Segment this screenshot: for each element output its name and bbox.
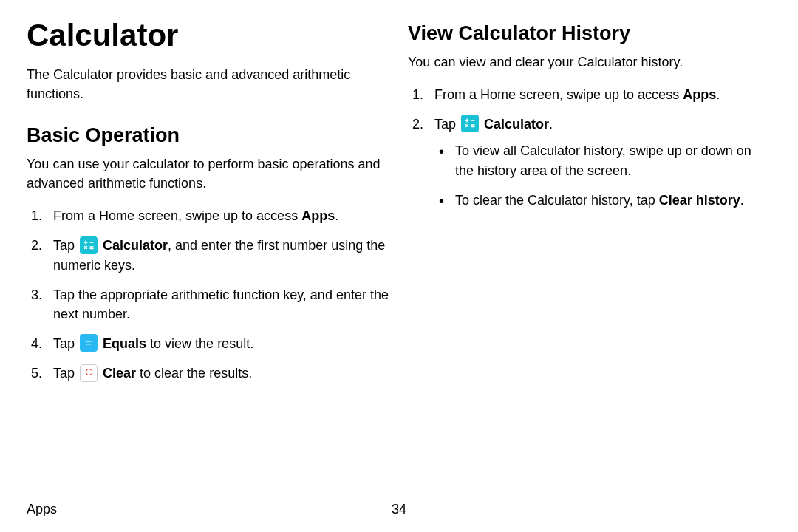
step-text: Tap <box>434 117 460 132</box>
bold-apps: Apps <box>683 87 716 102</box>
step-item: Tap Calculator. To view all Calculator h… <box>408 115 771 210</box>
step-text: From a Home screen, swipe up to access <box>434 87 683 102</box>
equals-icon: = <box>80 334 98 352</box>
basic-operation-heading: Basic Operation <box>27 124 390 147</box>
step-text: to view the result. <box>146 336 253 351</box>
step-text: Tap <box>53 238 78 253</box>
bold-clear: Clear <box>103 366 136 381</box>
bold-calculator: Calculator <box>484 117 549 132</box>
page-title: Calculator <box>27 18 390 53</box>
bold-calculator: Calculator <box>103 238 168 253</box>
clear-icon: C <box>80 364 98 382</box>
history-intro: You can view and clear your Calculator h… <box>408 52 771 72</box>
right-column: View Calculator History You can view and… <box>408 18 771 394</box>
calculator-icon <box>461 115 479 132</box>
left-column: Calculator The Calculator provides basic… <box>27 18 390 394</box>
step-text: Tap <box>53 336 78 351</box>
footer: Apps 34 <box>27 502 771 517</box>
history-steps: From a Home screen, swipe up to access A… <box>408 85 771 210</box>
step-text: . <box>335 208 338 223</box>
calculator-icon <box>80 236 98 254</box>
bullet-text: To clear the Calculator history, tap <box>455 193 659 208</box>
history-sub-bullets: To view all Calculator history, swipe up… <box>434 141 771 209</box>
bold-equals: Equals <box>103 336 146 351</box>
page-number: 34 <box>392 502 406 517</box>
step-text: Tap the appropriate arithmetic function … <box>53 287 389 321</box>
step-text: . <box>716 87 720 102</box>
step-item: Tap Calculator, and enter the first numb… <box>27 236 390 274</box>
footer-section-label: Apps <box>27 502 57 517</box>
bullet-item: To clear the Calculator history, tap Cle… <box>434 191 771 210</box>
step-text: Tap <box>53 366 78 381</box>
intro-text: The Calculator provides basic and advanc… <box>27 65 390 103</box>
basic-operation-intro: You can use your calculator to perform b… <box>27 154 390 193</box>
step-text: . <box>549 117 553 132</box>
bullet-text: To view all Calculator history, swipe up… <box>455 143 751 177</box>
two-column-layout: Calculator The Calculator provides basic… <box>27 18 771 394</box>
bold-apps: Apps <box>301 208 335 223</box>
step-item: From a Home screen, swipe up to access A… <box>408 85 771 104</box>
bold-clear-history: Clear history <box>659 193 740 208</box>
bullet-item: To view all Calculator history, swipe up… <box>434 141 771 180</box>
basic-operation-steps: From a Home screen, swipe up to access A… <box>27 206 390 383</box>
step-text: From a Home screen, swipe up to access <box>53 208 301 223</box>
step-text: to clear the results. <box>136 366 252 381</box>
step-item: Tap the appropriate arithmetic function … <box>27 285 390 324</box>
step-item: Tap C Clear to clear the results. <box>27 364 390 383</box>
step-item: From a Home screen, swipe up to access A… <box>27 206 390 225</box>
bullet-text: . <box>740 193 744 208</box>
step-item: Tap = Equals to view the result. <box>27 334 390 353</box>
history-heading: View Calculator History <box>408 22 771 45</box>
